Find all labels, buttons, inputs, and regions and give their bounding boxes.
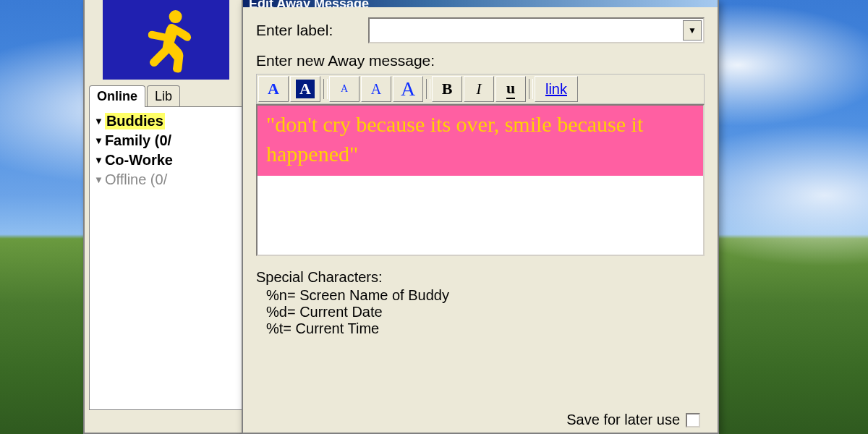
dialog-titlebar[interactable]: Edit Away Message — [243, 0, 718, 7]
special-char-line: %n= Screen Name of Buddy — [266, 287, 705, 304]
group-family[interactable]: ▼ Family (0/ — [93, 131, 262, 150]
bold-button[interactable]: B — [432, 76, 462, 102]
group-label: Family (0/ — [105, 132, 171, 149]
tab-lib[interactable]: Lib — [147, 85, 180, 107]
bg-color-button[interactable]: A — [290, 76, 320, 102]
svg-point-0 — [169, 10, 182, 23]
format-toolbar: A A A A A B I u link — [256, 74, 705, 104]
save-label: Save for later use — [566, 412, 680, 428]
group-coworkers[interactable]: ▼ Co-Worke — [93, 150, 262, 170]
special-char-line: %d= Current Date — [266, 304, 705, 320]
label-combobox[interactable]: ▼ — [368, 17, 705, 43]
message-editor[interactable]: "don't cry because its over, smile becau… — [256, 104, 705, 256]
italic-button[interactable]: I — [464, 76, 494, 102]
group-offline[interactable]: ▼ Offline (0/ — [93, 170, 262, 190]
running-man-icon — [134, 6, 199, 75]
message-text: "don't cry because its over, smile becau… — [258, 106, 703, 176]
special-char-line: %t= Current Time — [266, 320, 705, 337]
font-size-med-button[interactable]: A — [361, 76, 391, 102]
group-label: Buddies — [105, 113, 165, 129]
text-color-button[interactable]: A — [258, 76, 289, 102]
underline-button[interactable]: u — [495, 76, 526, 102]
away-message-dialog: Edit Away Message Enter label: ▼ Enter n… — [242, 0, 719, 434]
underline-glyph: u — [506, 79, 515, 99]
collapse-icon: ▼ — [94, 174, 103, 185]
save-checkbox[interactable] — [686, 413, 700, 427]
font-size-small-button[interactable]: A — [329, 76, 359, 102]
group-label: Offline (0/ — [105, 171, 167, 188]
dropdown-button[interactable]: ▼ — [683, 20, 702, 41]
save-for-later-row: Save for later use — [566, 412, 700, 428]
group-label: Co-Worke — [105, 152, 173, 169]
dialog-title: Edit Away Message — [249, 0, 369, 7]
collapse-icon: ▼ — [94, 135, 103, 146]
special-chars-section: Special Characters: %n= Screen Name of B… — [256, 269, 705, 337]
enter-message-label: Enter new Away message: — [256, 52, 705, 69]
special-chars-header: Special Characters: — [256, 269, 705, 286]
chevron-down-icon: ▼ — [688, 25, 697, 35]
link-button[interactable]: link — [535, 76, 578, 102]
group-buddies[interactable]: ▼ Buddies — [93, 111, 262, 131]
aim-logo — [103, 0, 229, 80]
buddy-list[interactable]: ▼ Buddies ▼ Family (0/ ▼ Co-Worke ▼ Offl… — [89, 106, 265, 410]
enter-label-text: Enter label: — [256, 22, 368, 39]
toolbar-separator — [529, 79, 533, 99]
collapse-icon: ▼ — [94, 155, 103, 166]
bg-color-glyph: A — [296, 80, 315, 98]
toolbar-separator — [323, 79, 328, 99]
collapse-icon: ▼ — [94, 116, 103, 127]
tab-online[interactable]: Online — [89, 85, 145, 107]
toolbar-separator — [426, 79, 430, 99]
font-size-big-button[interactable]: A — [393, 76, 423, 102]
